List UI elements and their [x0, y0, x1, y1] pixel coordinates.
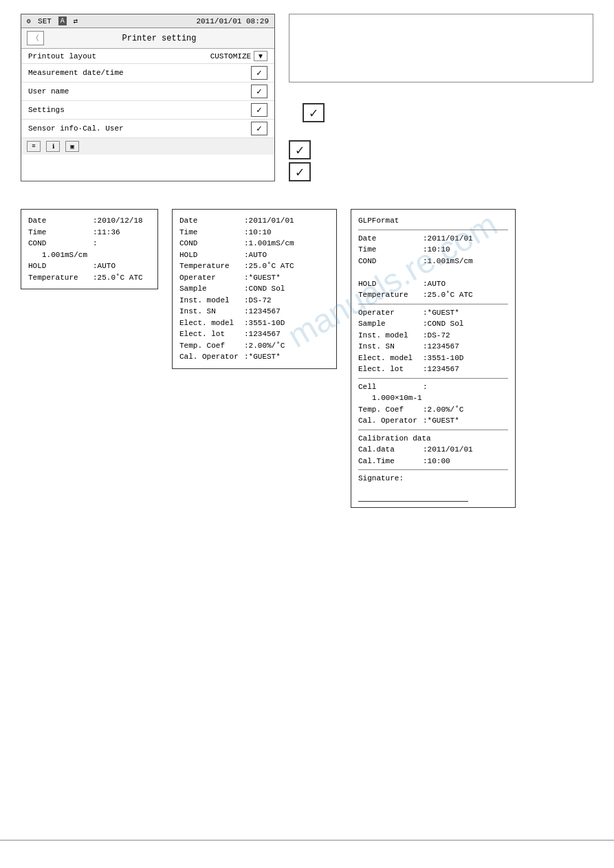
printout-cell: Time	[358, 244, 420, 256]
printout-cell: :2011/01/01	[423, 233, 508, 245]
printout-small: Date :2010/12/18 Time :11:36 COND : 1.00…	[21, 209, 158, 289]
description-box	[289, 14, 593, 82]
printout-cell: :1234567	[423, 364, 508, 375]
printout-row: Inst. SN :1234567	[179, 306, 329, 318]
printout-row: Sample :COND Sol	[179, 283, 329, 295]
printout-row: Time :10:10	[179, 227, 329, 238]
printout-cell: :10:10	[244, 227, 329, 238]
printout-row: Time :10:10	[358, 244, 508, 256]
printout-cell: GLPFormat	[358, 215, 399, 227]
printout-cell: Temperature	[179, 260, 241, 272]
measurement-date-label: Measurement date/time	[28, 69, 251, 77]
row-user-name: User name	[21, 82, 274, 101]
printout-cell: COND	[358, 256, 420, 267]
printout-cell: Time	[28, 227, 90, 238]
printout-medium: Date :2011/01/01 Time :10:10 COND :1.001…	[172, 209, 337, 369]
layout-row: Printout layout CUSTOMIZE ▼	[21, 49, 274, 64]
printout-cell: :AUTO	[244, 249, 329, 261]
printout-cell: :25.0˚C ATC	[93, 272, 151, 284]
printout-cell: Inst. SN	[358, 341, 420, 353]
printout-row: COND :1.001mS/cm	[179, 238, 329, 249]
printout-row: Calibration data	[358, 433, 508, 445]
printout-row: Temp. Coef :2.00%/˚C	[179, 340, 329, 352]
printout-cell: Sample	[179, 283, 241, 295]
printout-row: Cal. Operator :*GUEST*	[179, 351, 329, 363]
printout-cell: Operater	[358, 307, 420, 319]
printout-cell: COND	[179, 238, 241, 249]
printout-cell: :AUTO	[93, 260, 151, 272]
printout-cell: :2.00%/˚C	[423, 404, 508, 416]
measurement-date-checkbox[interactable]	[251, 66, 267, 80]
printout-row: Date :2010/12/18	[28, 215, 151, 227]
printout-cell: 1.000×10m-1	[372, 392, 422, 404]
printout-cell: :25.0˚C ATC	[244, 260, 329, 272]
printout-cell: Calibration data	[358, 433, 431, 445]
top-section: ⚙ SET A ⇄ 2011/01/01 08:29 〈 Printer set…	[0, 0, 614, 195]
device-footer: ≡ ℹ ▣	[21, 138, 274, 155]
printout-row: Date :2011/01/01	[179, 215, 329, 227]
printout-cell: Operater	[179, 272, 241, 284]
device-header-bar: ⚙ SET A ⇄ 2011/01/01 08:29	[21, 14, 274, 28]
large-checkbox-1[interactable]	[303, 103, 325, 122]
divider	[358, 430, 508, 430]
printouts-section: Date :2010/12/18 Time :11:36 COND : 1.00…	[0, 195, 614, 522]
printout-cell: Inst. SN	[179, 306, 241, 318]
printout-row: 1.000×10m-1	[358, 392, 508, 404]
layout-value: CUSTOMIZE	[210, 52, 251, 60]
printout-row: Cell :	[358, 381, 508, 393]
printout-cell: Date	[179, 215, 241, 227]
list-icon[interactable]: ≡	[27, 141, 41, 152]
large-checkbox-3[interactable]	[289, 162, 311, 181]
layout-dropdown[interactable]: ▼	[254, 51, 267, 61]
printout-cell: COND	[28, 238, 90, 249]
printout-cell: :*GUEST*	[423, 415, 508, 427]
printout-row: Temp. Coef :2.00%/˚C	[358, 404, 508, 416]
glp-header: GLPFormat	[358, 215, 508, 227]
back-button[interactable]: 〈	[27, 31, 44, 45]
printout-cell: :1234567	[244, 306, 329, 318]
printout-row: Cal. Operator :*GUEST*	[358, 415, 508, 427]
printout-cell: Elect. model	[358, 353, 420, 364]
printout-row: Operater :*GUEST*	[358, 307, 508, 319]
printout-cell: Sample	[358, 318, 420, 330]
row-sensor-info: Sensor info·Cal. User	[21, 120, 274, 138]
arrows-icon: ⇄	[74, 16, 78, 25]
printout-cell: Temp. Coef	[179, 340, 241, 352]
printout-cell: Cell	[358, 381, 420, 393]
printout-row: HOLD :AUTO	[28, 260, 151, 272]
grid-icon[interactable]: ▣	[65, 141, 79, 152]
printout-row: 1.001mS/cm	[28, 249, 151, 261]
printout-cell: Inst. model	[179, 295, 241, 307]
printout-cell: Temperature	[28, 272, 90, 284]
user-name-checkbox[interactable]	[251, 85, 267, 98]
right-panel	[289, 14, 593, 181]
printout-cell: :*GUEST*	[244, 351, 329, 363]
printout-row: Elect. lot :1234567	[358, 364, 508, 375]
printout-cell: :11:36	[93, 227, 151, 238]
icon-a: A	[58, 16, 67, 25]
printout-row: Cal.Time :10:00	[358, 456, 508, 467]
printout-row: Time :11:36	[28, 227, 151, 238]
printout-cell: HOLD	[28, 260, 90, 272]
sensor-info-checkbox[interactable]	[251, 122, 267, 135]
printout-row: Inst. model :DS-72	[358, 330, 508, 342]
info-icon[interactable]: ℹ	[46, 141, 60, 152]
printout-row: COND :1.001mS/cm	[358, 256, 508, 267]
settings-checkbox[interactable]	[251, 103, 267, 117]
printout-cell: :COND Sol	[423, 318, 508, 330]
printout-cell: Cal. Operator	[179, 351, 241, 363]
printout-cell: :2011/01/01	[244, 215, 329, 227]
printout-cell: :	[93, 238, 151, 249]
printout-cell: Elect. model	[179, 318, 241, 329]
printout-cell: Date	[28, 215, 90, 227]
large-checkbox-2[interactable]	[289, 140, 311, 159]
printout-cell: Temp. Coef	[358, 404, 420, 416]
printout-row: Sample :COND Sol	[358, 318, 508, 330]
printout-cell: :1234567	[244, 329, 329, 340]
printout-cell: :*GUEST*	[244, 272, 329, 284]
settings-label: Settings	[28, 106, 251, 114]
printout-large: GLPFormat Date :2011/01/01 Time :10:10 C…	[351, 209, 516, 508]
sensor-info-label: Sensor info·Cal. User	[28, 124, 251, 133]
printout-cell: :1234567	[423, 341, 508, 353]
printout-cell: Elect. lot	[179, 329, 241, 340]
